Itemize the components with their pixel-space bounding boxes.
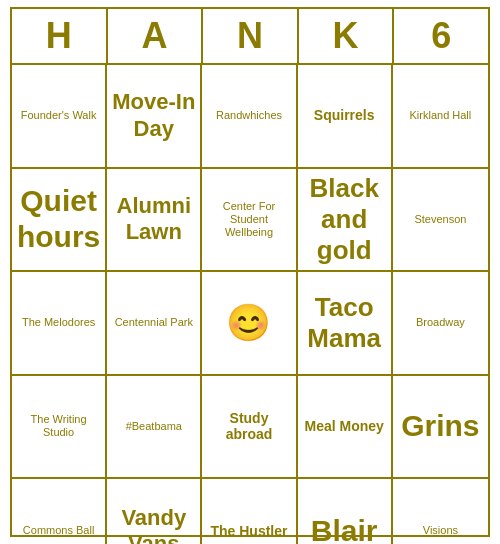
bingo-card: HANK6 Founder's WalkMove-In DayRandwhich… [10,7,490,537]
header-letter: N [203,9,299,63]
bingo-cell-5: Quiet hours [12,169,107,273]
header-letter: H [12,9,108,63]
bingo-cell-19: Grins [393,376,488,480]
cell-text-8: Black and gold [302,173,387,267]
bingo-cell-14: Broadway [393,272,488,376]
bingo-cell-6: Alumni Lawn [107,169,202,273]
cell-text-9: Stevenson [414,213,466,226]
cell-text-17: Study abroad [206,410,291,444]
cell-text-5: Quiet hours [16,183,101,255]
bingo-cell-11: Centennial Park [107,272,202,376]
bingo-cell-2: Randwhiches [202,65,297,169]
bingo-cell-17: Study abroad [202,376,297,480]
bingo-cell-3: Squirrels [298,65,393,169]
bingo-cell-1: Move-In Day [107,65,202,169]
cell-text-0: Founder's Walk [21,109,97,122]
cell-text-23: Blair [311,513,378,544]
cell-text-14: Broadway [416,316,465,329]
cell-text-22: The Hustler [210,523,287,540]
cell-text-1: Move-In Day [111,89,196,142]
bingo-cell-12: 😊 [202,272,297,376]
bingo-cell-9: Stevenson [393,169,488,273]
bingo-header: HANK6 [12,9,488,65]
bingo-cell-8: Black and gold [298,169,393,273]
cell-text-7: Center For Student Wellbeing [206,200,291,240]
header-letter: K [299,9,395,63]
cell-text-13: Taco Mama [302,292,387,354]
bingo-cell-13: Taco Mama [298,272,393,376]
cell-text-16: #Beatbama [126,420,182,433]
header-letter: 6 [394,9,488,63]
cell-text-4: Kirkland Hall [410,109,472,122]
bingo-cell-18: Meal Money [298,376,393,480]
cell-text-2: Randwhiches [216,109,282,122]
bingo-cell-0: Founder's Walk [12,65,107,169]
header-letter: A [108,9,204,63]
bingo-cell-24: Visions [393,479,488,544]
cell-text-10: The Melodores [22,316,95,329]
cell-text-21: Vandy Vans [111,505,196,544]
bingo-cell-15: The Writing Studio [12,376,107,480]
cell-text-20: Commons Ball [23,524,95,537]
bingo-cell-7: Center For Student Wellbeing [202,169,297,273]
cell-text-24: Visions [423,524,458,537]
bingo-cell-4: Kirkland Hall [393,65,488,169]
bingo-cell-21: Vandy Vans [107,479,202,544]
cell-text-3: Squirrels [314,107,375,124]
cell-text-11: Centennial Park [115,316,193,329]
cell-text-19: Grins [401,408,479,444]
cell-text-18: Meal Money [305,418,384,435]
bingo-cell-23: Blair [298,479,393,544]
cell-text-6: Alumni Lawn [111,193,196,246]
bingo-cell-16: #Beatbama [107,376,202,480]
bingo-cell-22: The Hustler [202,479,297,544]
bingo-grid: Founder's WalkMove-In DayRandwhichesSqui… [12,65,488,544]
cell-text-15: The Writing Studio [16,413,101,439]
bingo-cell-10: The Melodores [12,272,107,376]
bingo-cell-20: Commons Ball [12,479,107,544]
